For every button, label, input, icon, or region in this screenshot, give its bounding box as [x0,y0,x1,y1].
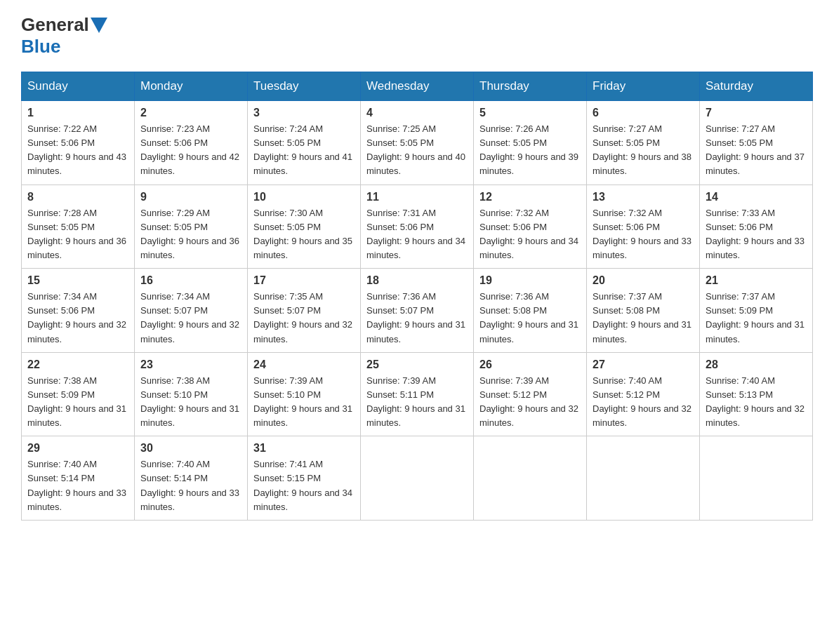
day-info: Sunrise: 7:40 AMSunset: 5:13 PMDaylight:… [706,374,807,431]
day-number: 2 [140,107,241,119]
day-number: 10 [253,191,355,203]
calendar-cell: 19Sunrise: 7:36 AMSunset: 5:08 PMDayligh… [474,269,587,353]
calendar-week-row: 8Sunrise: 7:28 AMSunset: 5:05 PMDaylight… [22,185,813,269]
day-number: 19 [479,274,581,287]
calendar-cell: 21Sunrise: 7:37 AMSunset: 5:09 PMDayligh… [700,269,813,353]
calendar-cell: 8Sunrise: 7:28 AMSunset: 5:05 PMDaylight… [22,185,135,269]
calendar-cell: 11Sunrise: 7:31 AMSunset: 5:06 PMDayligh… [361,185,474,269]
calendar-week-row: 29Sunrise: 7:40 AMSunset: 5:14 PMDayligh… [22,436,813,521]
day-number: 7 [706,107,807,119]
calendar-cell [587,436,700,521]
day-number: 6 [593,107,694,119]
day-number: 25 [366,358,468,371]
day-info: Sunrise: 7:39 AMSunset: 5:10 PMDaylight:… [253,374,355,431]
day-number: 18 [366,274,468,287]
calendar-cell: 5Sunrise: 7:26 AMSunset: 5:05 PMDaylight… [474,101,587,185]
calendar-cell: 15Sunrise: 7:34 AMSunset: 5:06 PMDayligh… [22,269,135,353]
day-info: Sunrise: 7:37 AMSunset: 5:09 PMDaylight:… [706,290,807,347]
calendar-cell: 3Sunrise: 7:24 AMSunset: 5:05 PMDaylight… [248,101,361,185]
calendar-cell: 30Sunrise: 7:40 AMSunset: 5:14 PMDayligh… [135,436,248,521]
weekday-header-sunday: Sunday [22,72,135,101]
calendar-cell: 31Sunrise: 7:41 AMSunset: 5:15 PMDayligh… [248,436,361,521]
logo-blue-text: Blue [21,36,60,58]
day-info: Sunrise: 7:24 AMSunset: 5:05 PMDaylight:… [253,122,355,179]
day-info: Sunrise: 7:39 AMSunset: 5:11 PMDaylight:… [366,374,468,431]
weekday-header-saturday: Saturday [700,72,813,101]
calendar-cell: 27Sunrise: 7:40 AMSunset: 5:12 PMDayligh… [587,352,700,436]
weekday-header-wednesday: Wednesday [361,72,474,101]
day-info: Sunrise: 7:40 AMSunset: 5:14 PMDaylight:… [140,457,241,514]
day-info: Sunrise: 7:26 AMSunset: 5:05 PMDaylight:… [479,122,581,179]
day-number: 15 [27,274,128,287]
calendar-cell: 25Sunrise: 7:39 AMSunset: 5:11 PMDayligh… [361,352,474,436]
weekday-header-friday: Friday [587,72,700,101]
day-info: Sunrise: 7:40 AMSunset: 5:14 PMDaylight:… [27,457,128,514]
day-number: 14 [706,191,807,203]
day-info: Sunrise: 7:37 AMSunset: 5:08 PMDaylight:… [593,290,694,347]
logo: General Blue [21,14,109,58]
calendar-header: SundayMondayTuesdayWednesdayThursdayFrid… [22,72,813,101]
day-info: Sunrise: 7:36 AMSunset: 5:07 PMDaylight:… [366,290,468,347]
calendar-week-row: 22Sunrise: 7:38 AMSunset: 5:09 PMDayligh… [22,352,813,436]
weekday-header-monday: Monday [135,72,248,101]
day-info: Sunrise: 7:40 AMSunset: 5:12 PMDaylight:… [593,374,694,431]
day-number: 12 [479,191,581,203]
calendar-body: 1Sunrise: 7:22 AMSunset: 5:06 PMDaylight… [22,101,813,521]
calendar-cell: 22Sunrise: 7:38 AMSunset: 5:09 PMDayligh… [22,352,135,436]
day-info: Sunrise: 7:27 AMSunset: 5:05 PMDaylight:… [593,122,694,179]
day-info: Sunrise: 7:25 AMSunset: 5:05 PMDaylight:… [366,122,468,179]
day-number: 1 [27,107,128,119]
day-number: 20 [593,274,694,287]
day-info: Sunrise: 7:36 AMSunset: 5:08 PMDaylight:… [479,290,581,347]
day-number: 21 [706,274,807,287]
calendar-cell: 7Sunrise: 7:27 AMSunset: 5:05 PMDaylight… [700,101,813,185]
day-info: Sunrise: 7:30 AMSunset: 5:05 PMDaylight:… [253,206,355,263]
day-info: Sunrise: 7:39 AMSunset: 5:12 PMDaylight:… [479,374,581,431]
calendar-cell: 23Sunrise: 7:38 AMSunset: 5:10 PMDayligh… [135,352,248,436]
calendar-cell: 14Sunrise: 7:33 AMSunset: 5:06 PMDayligh… [700,185,813,269]
day-number: 30 [140,442,241,455]
day-number: 22 [27,358,128,371]
calendar-cell: 26Sunrise: 7:39 AMSunset: 5:12 PMDayligh… [474,352,587,436]
day-info: Sunrise: 7:29 AMSunset: 5:05 PMDaylight:… [140,206,241,263]
day-info: Sunrise: 7:31 AMSunset: 5:06 PMDaylight:… [366,206,468,263]
weekday-header-tuesday: Tuesday [248,72,361,101]
day-number: 26 [479,358,581,371]
calendar-cell: 10Sunrise: 7:30 AMSunset: 5:05 PMDayligh… [248,185,361,269]
calendar-cell: 6Sunrise: 7:27 AMSunset: 5:05 PMDaylight… [587,101,700,185]
day-info: Sunrise: 7:38 AMSunset: 5:10 PMDaylight:… [140,374,241,431]
day-number: 3 [253,107,355,119]
day-info: Sunrise: 7:34 AMSunset: 5:07 PMDaylight:… [140,290,241,347]
calendar-cell: 29Sunrise: 7:40 AMSunset: 5:14 PMDayligh… [22,436,135,521]
day-number: 16 [140,274,241,287]
day-number: 31 [253,442,355,455]
day-info: Sunrise: 7:27 AMSunset: 5:05 PMDaylight:… [706,122,807,179]
page-header: General Blue [21,14,813,58]
calendar-cell [474,436,587,521]
day-info: Sunrise: 7:34 AMSunset: 5:06 PMDaylight:… [27,290,128,347]
day-info: Sunrise: 7:38 AMSunset: 5:09 PMDaylight:… [27,374,128,431]
day-number: 4 [366,107,468,119]
calendar-cell: 1Sunrise: 7:22 AMSunset: 5:06 PMDaylight… [22,101,135,185]
day-number: 28 [706,358,807,371]
calendar-cell: 16Sunrise: 7:34 AMSunset: 5:07 PMDayligh… [135,269,248,353]
day-number: 5 [479,107,581,119]
day-info: Sunrise: 7:33 AMSunset: 5:06 PMDaylight:… [706,206,807,263]
weekday-header-thursday: Thursday [474,72,587,101]
calendar-cell: 28Sunrise: 7:40 AMSunset: 5:13 PMDayligh… [700,352,813,436]
calendar-cell: 17Sunrise: 7:35 AMSunset: 5:07 PMDayligh… [248,269,361,353]
day-number: 23 [140,358,241,371]
day-number: 9 [140,191,241,203]
calendar-week-row: 1Sunrise: 7:22 AMSunset: 5:06 PMDaylight… [22,101,813,185]
calendar-cell: 24Sunrise: 7:39 AMSunset: 5:10 PMDayligh… [248,352,361,436]
day-number: 8 [27,191,128,203]
day-info: Sunrise: 7:28 AMSunset: 5:05 PMDaylight:… [27,206,128,263]
logo-triangle-icon [91,18,107,33]
day-info: Sunrise: 7:22 AMSunset: 5:06 PMDaylight:… [27,122,128,179]
day-number: 24 [253,358,355,371]
day-number: 17 [253,274,355,287]
calendar-cell: 9Sunrise: 7:29 AMSunset: 5:05 PMDaylight… [135,185,248,269]
day-number: 29 [27,442,128,455]
calendar-cell: 2Sunrise: 7:23 AMSunset: 5:06 PMDaylight… [135,101,248,185]
day-info: Sunrise: 7:41 AMSunset: 5:15 PMDaylight:… [253,457,355,514]
